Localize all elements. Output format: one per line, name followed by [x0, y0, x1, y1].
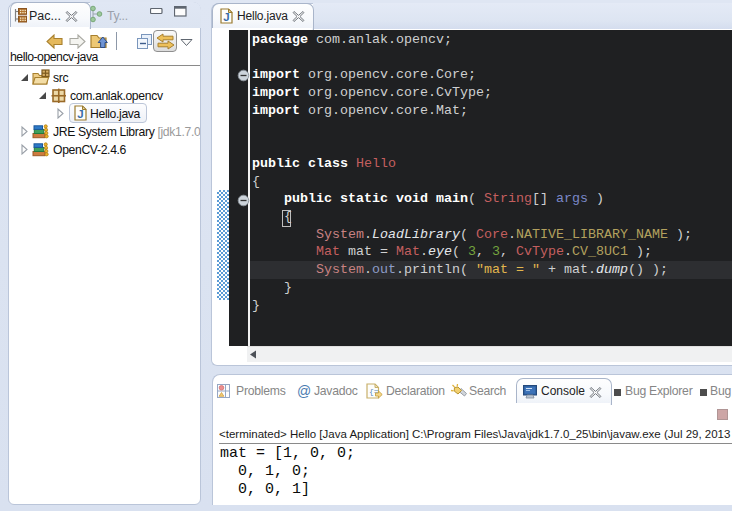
svg-text:J: J: [77, 108, 83, 120]
svg-text:J: J: [223, 11, 229, 23]
